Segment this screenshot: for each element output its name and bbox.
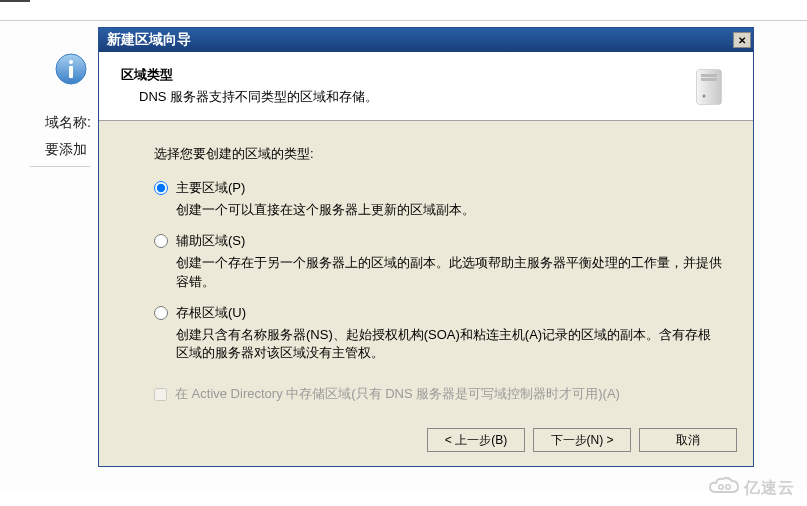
option-secondary: 辅助区域(S) 创建一个存在于另一个服务器上的区域的副本。此选项帮助主服务器平衡… [154,232,723,292]
svg-point-8 [719,485,723,489]
bg-label-add: 要添加 [45,141,87,159]
title-bar: 新建区域向导 ✕ [99,28,753,52]
radio-primary-desc: 创建一个可以直接在这个服务器上更新的区域副本。 [176,201,723,220]
watermark: 亿速云 [708,476,795,500]
dialog-content: 选择您要创建的区域的类型: 主要区域(P) 创建一个可以直接在这个服务器上更新的… [99,121,753,413]
header-subtitle: DNS 服务器支持不同类型的区域和存储。 [139,88,691,106]
radio-secondary-label: 辅助区域(S) [176,232,245,250]
button-row: < 上一步(B) 下一步(N) > 取消 [427,428,737,452]
watermark-text: 亿速云 [744,478,795,499]
bg-label-domain: 域名称: [45,114,91,132]
ad-storage-option: 在 Active Directory 中存储区域(只有 DNS 服务器是可写域控… [154,385,723,403]
wizard-dialog: 新建区域向导 ✕ 区域类型 DNS 服务器支持不同类型的区域和存储。 [98,27,754,467]
radio-stub-desc: 创建只含有名称服务器(NS)、起始授权机构(SOA)和粘连主机(A)记录的区域的… [176,326,723,364]
header-title: 区域类型 [121,66,691,84]
prompt-text: 选择您要创建的区域的类型: [154,145,723,163]
radio-secondary-desc: 创建一个存在于另一个服务器上的区域的副本。此选项帮助主服务器平衡处理的工作量，并… [176,254,723,292]
checkbox-ad-storage [154,388,167,401]
radio-primary-label: 主要区域(P) [176,179,245,197]
next-button[interactable]: 下一步(N) > [533,428,631,452]
bg-divider [30,166,90,167]
info-icon [55,53,87,85]
svg-rect-2 [69,66,73,78]
radio-stub-label: 存根区域(U) [176,304,246,322]
bg-header-stub [0,0,30,2]
cloud-icon [708,476,740,500]
svg-rect-1 [69,60,73,64]
option-primary: 主要区域(P) 创建一个可以直接在这个服务器上更新的区域副本。 [154,179,723,220]
svg-point-9 [726,485,730,489]
server-tower-icon [691,66,731,108]
checkbox-ad-label: 在 Active Directory 中存储区域(只有 DNS 服务器是可写域控… [175,385,620,403]
svg-rect-6 [701,78,717,81]
close-button[interactable]: ✕ [733,32,751,48]
cancel-button[interactable]: 取消 [639,428,737,452]
back-button[interactable]: < 上一步(B) [427,428,525,452]
option-stub: 存根区域(U) 创建只含有名称服务器(NS)、起始授权机构(SOA)和粘连主机(… [154,304,723,364]
svg-rect-5 [701,74,717,77]
svg-point-7 [703,95,706,98]
dialog-title: 新建区域向导 [107,31,191,49]
dialog-header: 区域类型 DNS 服务器支持不同类型的区域和存储。 [99,52,753,121]
radio-stub[interactable] [154,306,168,320]
radio-primary[interactable] [154,181,168,195]
radio-secondary[interactable] [154,234,168,248]
